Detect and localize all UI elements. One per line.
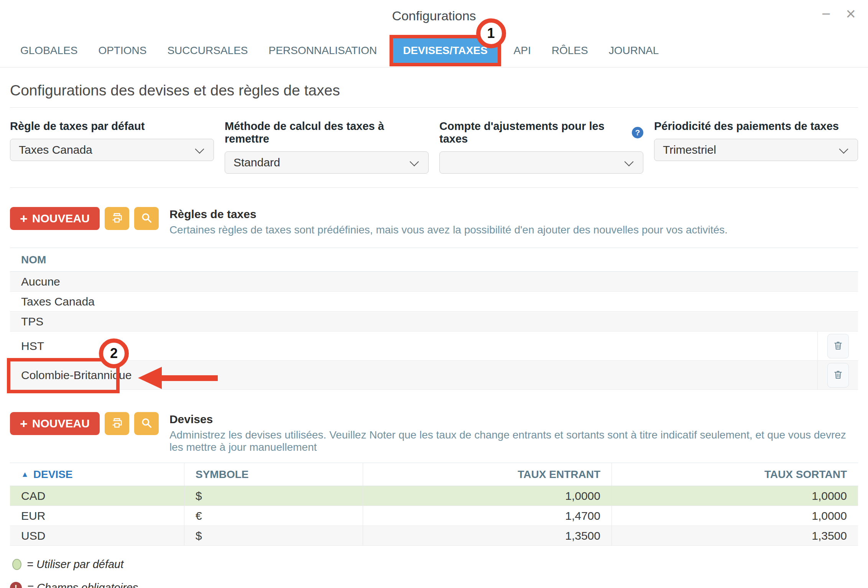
legend-required-label: = Champs obligatoires [27, 581, 138, 588]
currencies-new-button[interactable]: + NOUVEAU [10, 412, 100, 435]
minimize-icon[interactable]: − [822, 6, 830, 21]
column-header-nom: NOM [10, 248, 817, 271]
field-label: Règle de taxes par défaut [10, 120, 214, 133]
table-row-hst[interactable]: HST [10, 332, 858, 361]
rule-name: Colombie-Britannique [10, 361, 817, 389]
titlebar: Configurations − × [0, 0, 868, 24]
currency-rate-in: 1,4700 [363, 506, 612, 526]
legend: = Utiliser par défaut ! = Champs obligat… [10, 558, 858, 588]
annotation-highlight-box-tab: DEVISES/TAXES 1 [390, 35, 501, 66]
tax-rules-description: Certaines règles de taxes sont prédéfini… [169, 224, 728, 236]
new-button-label: NOUVEAU [32, 212, 90, 225]
currency-rate-in: 1,3500 [363, 526, 612, 545]
legend-default-label: = Utiliser par défaut [27, 558, 123, 571]
field-tax-adjustment-account: Compte d'ajustements pour les taxes ? [439, 120, 643, 174]
delete-rule-button[interactable] [827, 363, 849, 388]
currencies-title: Devises [169, 413, 858, 426]
select-value: Standard [233, 156, 280, 169]
actions-cell [817, 292, 858, 311]
currencies-print-button[interactable] [105, 412, 129, 435]
printer-icon [110, 416, 123, 431]
table-row-taxes-canada[interactable]: Taxes Canada [10, 292, 858, 312]
default-marker-icon [12, 559, 21, 570]
tab-personnalisation[interactable]: PERSONNALISATION [258, 38, 387, 63]
help-icon[interactable]: ? [632, 127, 643, 138]
currency-code: CAD [10, 486, 184, 506]
tab-options[interactable]: OPTIONS [88, 38, 157, 63]
annotation-step-badge-2: 2 [99, 338, 129, 368]
column-header-taux-entrant: TAUX ENTRANT [363, 463, 612, 486]
rule-name: TPS [10, 312, 817, 331]
field-label-text: Compte d'ajustements pour les taxes [439, 120, 627, 145]
select-value: Trimestriel [663, 143, 716, 156]
tax-settings-form: Règle de taxes par défaut Taxes Canada M… [10, 120, 858, 174]
table-row-usd[interactable]: USD $ 1,3500 1,3500 [10, 526, 858, 546]
annotation-arrow-icon [138, 367, 162, 389]
trash-icon [833, 340, 843, 352]
table-row-eur[interactable]: EUR € 1,4700 1,0000 [10, 506, 858, 526]
tab-panel-devises-taxes: Configurations des devises et des règles… [0, 82, 868, 588]
tax-rules-section-header: + NOUVEAU Règles de taxes Certaines règl… [10, 207, 858, 236]
rule-name: Taxes Canada [10, 292, 817, 311]
delete-rule-button[interactable] [827, 334, 849, 358]
currency-symbol: $ [184, 486, 363, 506]
actions-cell [817, 332, 858, 360]
tab-bar: GLOBALES OPTIONS SUCCURSALES PERSONNALIS… [0, 24, 868, 67]
tax-rules-search-button[interactable] [134, 207, 159, 230]
required-icon: ! [10, 582, 22, 588]
select-value: Taxes Canada [19, 143, 92, 156]
divider [10, 107, 858, 108]
tax-payment-periodicity-select[interactable]: Trimestriel [654, 139, 858, 161]
actions-cell [817, 361, 858, 389]
currencies-table: ▲ DEVISE SYMBOLE TAUX ENTRANT TAUX SORTA… [10, 463, 858, 546]
currency-rate-out: 1,0000 [612, 506, 858, 526]
tax-adjustment-account-select[interactable] [439, 151, 643, 174]
currencies-description: Administrez les devises utilisées. Veuil… [169, 429, 858, 453]
currencies-section-titles: Devises Administrez les devises utilisée… [169, 412, 858, 453]
field-tax-payment-periodicity: Périodicité des paiements de taxes Trime… [654, 120, 858, 174]
annotation-step-badge-1: 1 [476, 18, 506, 48]
tax-rules-title: Règles de taxes [169, 208, 728, 221]
field-default-tax-rule: Règle de taxes par défaut Taxes Canada [10, 120, 214, 174]
field-label: Périodicité des paiements de taxes [654, 120, 858, 133]
tab-succursales[interactable]: SUCCURSALES [157, 38, 258, 63]
printer-icon [110, 211, 123, 226]
default-tax-rule-select[interactable]: Taxes Canada [10, 139, 214, 161]
plus-icon: + [20, 212, 28, 225]
actions-cell [817, 272, 858, 291]
close-icon[interactable]: × [846, 6, 856, 21]
annotation-arrow-shaft [160, 375, 218, 381]
tab-api[interactable]: API [503, 38, 541, 63]
table-row-tps[interactable]: TPS [10, 312, 858, 332]
currency-symbol: $ [184, 526, 363, 545]
currencies-search-button[interactable] [134, 412, 159, 435]
field-label: Méthode de calcul des taxes à remettre [225, 120, 429, 145]
tab-globales[interactable]: GLOBALES [10, 38, 88, 63]
tax-rules-table-header: NOM [10, 248, 858, 272]
column-header-symbole: SYMBOLE [184, 463, 363, 486]
currency-rate-out: 1,3500 [612, 526, 858, 545]
tax-calc-method-select[interactable]: Standard [225, 151, 429, 174]
legend-required: ! = Champs obligatoires [10, 581, 858, 588]
currency-code: USD [10, 526, 184, 545]
column-header-devise[interactable]: ▲ DEVISE [10, 463, 184, 486]
trash-icon [833, 369, 843, 381]
window-controls: − × [822, 6, 856, 21]
table-row-aucune[interactable]: Aucune [10, 272, 858, 292]
table-row-cad[interactable]: CAD $ 1,0000 1,0000 [10, 486, 858, 506]
rule-name: HST [10, 332, 817, 360]
page-title: Configurations des devises et des règles… [10, 82, 858, 99]
tax-rules-new-button[interactable]: + NOUVEAU [10, 207, 100, 230]
sort-asc-icon: ▲ [21, 470, 29, 479]
tax-rules-section-titles: Règles de taxes Certaines règles de taxe… [169, 207, 728, 236]
search-icon [140, 211, 153, 226]
window-title: Configurations [0, 0, 868, 23]
table-row-colombie-britannique[interactable]: Colombie-Britannique 2 [10, 361, 858, 390]
search-icon [140, 416, 153, 431]
tab-roles[interactable]: RÔLES [541, 38, 598, 63]
tab-journal[interactable]: JOURNAL [598, 38, 669, 63]
currency-code: EUR [10, 506, 184, 526]
currencies-section-header: + NOUVEAU Devises Administrez les devise… [10, 412, 858, 453]
tax-rules-print-button[interactable] [105, 207, 129, 230]
rule-name: Aucune [10, 272, 817, 291]
